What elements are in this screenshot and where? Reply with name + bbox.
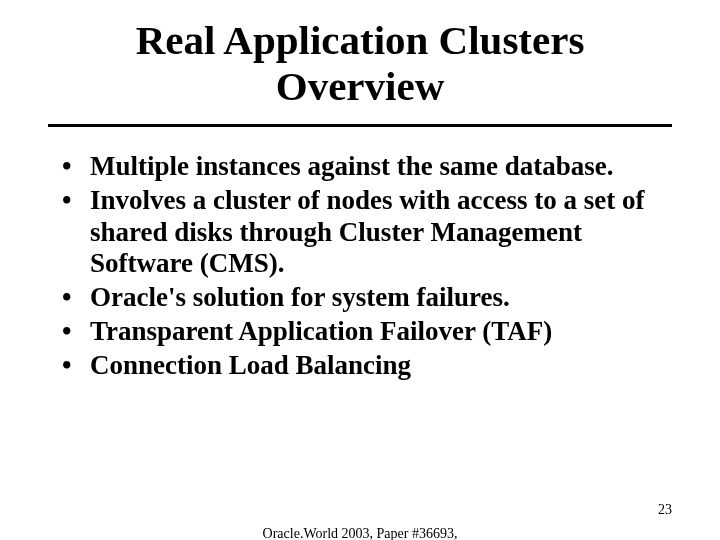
- bullet-text: Oracle's solution for system failures.: [90, 282, 510, 312]
- bullet-text: Multiple instances against the same data…: [90, 151, 614, 181]
- footer-line-1: Oracle.World 2003, Paper #36693,: [263, 526, 458, 540]
- list-item: Oracle's solution for system failures.: [56, 282, 672, 314]
- page-number: 23: [658, 502, 672, 518]
- title-line-1: Real Application Clusters: [136, 17, 585, 63]
- slide-title: Real Application Clusters Overview: [48, 18, 672, 124]
- title-underline: [48, 124, 672, 127]
- bullet-text: Involves a cluster of nodes with access …: [90, 185, 644, 279]
- bullet-text: Transparent Application Failover (TAF): [90, 316, 552, 346]
- list-item: Involves a cluster of nodes with access …: [56, 185, 672, 281]
- slide: Real Application Clusters Overview Multi…: [0, 0, 720, 540]
- list-item: Multiple instances against the same data…: [56, 151, 672, 183]
- list-item: Transparent Application Failover (TAF): [56, 316, 672, 348]
- bullet-list: Multiple instances against the same data…: [48, 151, 672, 382]
- list-item: Connection Load Balancing: [56, 350, 672, 382]
- footer-center: Oracle.World 2003, Paper #36693, Daniel …: [180, 526, 540, 540]
- title-line-2: Overview: [276, 63, 444, 109]
- bullet-text: Connection Load Balancing: [90, 350, 411, 380]
